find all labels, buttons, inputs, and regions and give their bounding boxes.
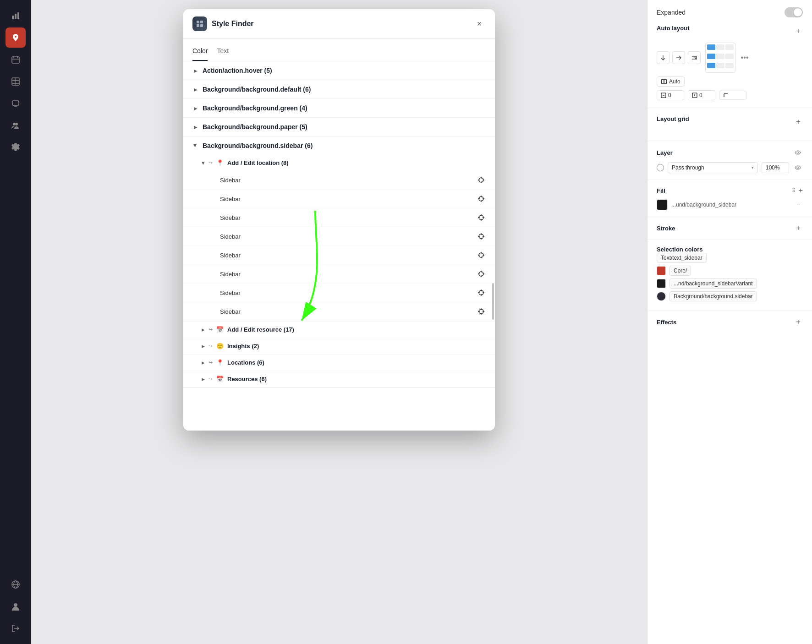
layer-title-row: Layer [657, 147, 803, 158]
layout-grid-add-button[interactable]: + [794, 117, 803, 126]
fill-add-button[interactable]: + [799, 186, 803, 195]
style-group-header-bg-default[interactable]: ▶ Background/background.default (6) [183, 80, 495, 98]
layer-icons [793, 147, 803, 158]
style-finder-modal: Style Finder × Color Text ▶ Action/actio… [183, 9, 495, 431]
nav-icon-people[interactable] [5, 115, 26, 136]
align-cell-6 [725, 54, 734, 59]
spacing-row: 0 0 [657, 90, 803, 100]
color-chip-swatch-core[interactable] [657, 266, 666, 275]
color-chip-text-sidebar: Text/text_sidebar [657, 253, 803, 263]
sidebar-item-2[interactable]: Sidebar [183, 190, 495, 208]
svg-point-72 [797, 167, 799, 169]
layout-grid-section: Layout grid + [647, 108, 812, 141]
subgroup-arrow-insights: ↪ [208, 343, 213, 349]
subgroup-header-insights[interactable]: ▶ ↪ 🙂 Insights (2) [183, 338, 495, 354]
color-chip-label-text-sidebar[interactable]: Text/text_sidebar [657, 253, 707, 263]
style-group-header-bg-green[interactable]: ▶ Background/background.green (4) [183, 99, 495, 117]
fill-section: Fill ⠿ + ...und/background_sidebar − [647, 180, 812, 217]
alignment-grid [705, 43, 735, 73]
subgroup-header-add-edit-location[interactable]: ▶ ↪ 📍 Add / Edit location (8) [183, 155, 495, 171]
layer-title: Layer [657, 149, 673, 156]
subgroup-header-resources[interactable]: ▶ ↪ 📅 Resources (6) [183, 371, 495, 387]
layer-eye-button[interactable] [793, 163, 803, 173]
sidebar-item-8[interactable]: Sidebar [183, 302, 495, 321]
subgroup-header-locations[interactable]: ▶ ↪ 📍 Locations (6) [183, 355, 495, 371]
group-name-action-hover: Action/action.hover (5) [203, 67, 272, 74]
padding-v-control[interactable]: 0 [688, 90, 715, 100]
subgroup-emoji-locations: 📍 [216, 359, 224, 366]
tab-text[interactable]: Text [217, 44, 229, 61]
align-cell-4 [707, 54, 715, 59]
modal-header: Style Finder × [183, 9, 495, 39]
nav-icon-location[interactable] [5, 27, 26, 48]
modal-title: Style Finder [212, 20, 468, 28]
sidebar-item-1[interactable]: Sidebar [183, 171, 495, 190]
fill-remove-button-1[interactable]: − [794, 200, 803, 209]
blend-mode-select[interactable]: Pass through ▾ [668, 162, 758, 173]
corner-radius-control[interactable] [719, 91, 746, 100]
style-group-header-action-hover[interactable]: ▶ Action/action.hover (5) [183, 61, 495, 80]
style-group-action-hover: ▶ Action/action.hover (5) [183, 61, 495, 80]
layout-more-button[interactable]: ••• [738, 51, 751, 64]
tab-color[interactable]: Color [192, 44, 208, 61]
nav-icon-broadcast[interactable] [5, 93, 26, 114]
sidebar-item-6[interactable]: Sidebar [183, 265, 495, 284]
effects-add-button[interactable]: + [794, 317, 803, 327]
modal-scrollbar [492, 283, 494, 320]
layout-wrap-button[interactable] [688, 51, 701, 64]
nav-icon-chart[interactable] [5, 5, 26, 26]
layout-right-button[interactable] [672, 51, 685, 64]
sidebar-item-7[interactable]: Sidebar [183, 284, 495, 302]
layer-section: Layer Pass through ▾ 100 [647, 141, 812, 180]
fill-grid-icon[interactable]: ⠿ [792, 187, 796, 194]
nav-icon-logout[interactable] [5, 618, 26, 639]
sub-chevron-location: ▶ [201, 161, 206, 164]
right-panel: Expanded Auto layout + [647, 0, 812, 644]
nav-icon-globe[interactable] [5, 574, 26, 595]
sidebar-item-5[interactable]: Sidebar [183, 246, 495, 265]
layout-direction-row: ••• [657, 43, 803, 73]
sidebar-item-3[interactable]: Sidebar [183, 208, 495, 227]
nav-icon-settings[interactable] [5, 137, 26, 158]
subgroup-emoji-resources: 📅 [216, 376, 224, 382]
auto-layout-header: Auto layout + [657, 25, 803, 37]
color-chip-label-bg-sidebar[interactable]: Background/background.sidebar [669, 291, 757, 301]
style-group-bg-sidebar: ▶ Background/background.sidebar (6) ▶ ↪ … [183, 136, 495, 388]
auto-height-control[interactable]: Auto [657, 76, 685, 87]
color-chip-label-core[interactable]: Core/ [669, 266, 691, 276]
modal-body[interactable]: ▶ Action/action.hover (5) ▶ Background/b… [183, 61, 495, 431]
style-group-header-bg-paper[interactable]: ▶ Background/background.paper (5) [183, 118, 495, 136]
modal-close-button[interactable]: × [473, 17, 486, 30]
selection-colors-title: Selection colors [657, 246, 702, 253]
style-group-header-bg-sidebar[interactable]: ▶ Background/background.sidebar (6) [183, 136, 495, 155]
svg-point-18 [14, 603, 17, 607]
nav-icon-user[interactable] [5, 596, 26, 617]
nav-icon-calendar[interactable] [5, 49, 26, 70]
fill-item-1: ...und/background_sidebar − [657, 199, 803, 210]
subgroup-arrow-locations: ↪ [208, 360, 213, 366]
layout-down-button[interactable] [657, 51, 669, 64]
color-chip-label-bg-sidebar-variant[interactable]: ...nd/background_sidebarVariant [669, 278, 757, 289]
selection-colors-section: Selection colors Text/text_sidebar Core/… [647, 240, 812, 311]
opacity-input[interactable]: 100% [762, 162, 789, 173]
layout-auto-row: Auto [657, 76, 803, 87]
stroke-add-button[interactable]: + [794, 224, 803, 233]
auto-label: Auto [669, 78, 680, 85]
color-chip-swatch-bg-sidebar-variant[interactable] [657, 279, 666, 288]
nav-icon-table[interactable] [5, 71, 26, 92]
align-cell-7 [707, 63, 715, 68]
subgroup-header-add-edit-resource[interactable]: ▶ ↪ 📅 Add / Edit resource (17) [183, 322, 495, 338]
auto-layout-add-button[interactable]: + [794, 27, 803, 36]
expanded-toggle[interactable] [785, 7, 803, 17]
group-name-bg-default: Background/background.default (6) [203, 86, 311, 93]
color-chip-swatch-bg-sidebar[interactable] [657, 292, 666, 301]
fill-color-swatch-1[interactable] [657, 199, 668, 210]
sidebar-item-4[interactable]: Sidebar [183, 227, 495, 246]
layer-visibility-button[interactable] [793, 147, 803, 158]
sub-chevron-resource: ▶ [202, 327, 205, 332]
auto-layout-controls: ••• Auto [657, 43, 803, 100]
fill-header: Fill ⠿ + [657, 186, 803, 195]
svg-rect-1 [15, 14, 16, 19]
item-label-sidebar-8: Sidebar [220, 308, 241, 315]
padding-h-control[interactable]: 0 [657, 90, 684, 100]
